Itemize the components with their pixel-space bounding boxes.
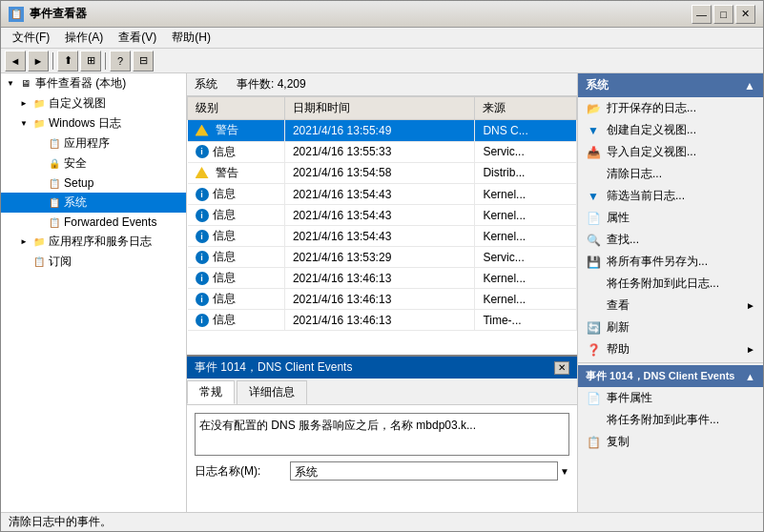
- minimize-button[interactable]: —: [692, 5, 712, 24]
- table-row[interactable]: i信息2021/4/16 13:55:33Servic...: [188, 141, 577, 162]
- app-icon: 📋: [9, 7, 24, 22]
- action-import-custom-view[interactable]: 📥 导入自定义视图...: [578, 141, 763, 163]
- action-filter-log-label: 筛选当前日志...: [607, 188, 685, 204]
- actions-section-system-collapse[interactable]: ▲: [744, 79, 755, 92]
- subscriptions-icon: 📋: [31, 255, 47, 270]
- events-table: 级别 日期和时间 来源 警告2021/4/16 13:55:49DNS C...…: [187, 96, 577, 331]
- filter-log-icon: ▼: [586, 189, 601, 204]
- expand-winlogs[interactable]: ▼: [18, 118, 30, 130]
- sidebar-item-application[interactable]: 📋 应用程序: [1, 133, 186, 153]
- expand-appsvc[interactable]: ►: [18, 236, 30, 248]
- expand-sub: [18, 256, 30, 268]
- cell-source: Distrib...: [475, 162, 577, 184]
- action-refresh-label: 刷新: [607, 319, 630, 336]
- action-copy[interactable]: 📋 复制: [578, 431, 763, 453]
- sidebar: ▼ 🖥 事件查看器 (本地) ► 📁 自定义视图 ▼ 📁 Windows 日志 …: [1, 73, 187, 512]
- log-table-container[interactable]: 级别 日期和时间 来源 警告2021/4/16 13:55:49DNS C...…: [187, 96, 577, 355]
- dropdown-arrow-icon[interactable]: ▼: [560, 466, 569, 477]
- help-button[interactable]: ?: [110, 51, 131, 72]
- action-event-properties[interactable]: 📄 事件属性: [578, 387, 763, 409]
- detail-body-text: 在没有配置的 DNS 服务器响应之后，名称 mbdp03.k...: [199, 419, 476, 432]
- back-button[interactable]: ◄: [5, 51, 26, 72]
- sidebar-item-setup[interactable]: 📋 Setup: [1, 174, 186, 193]
- maximize-button[interactable]: □: [713, 5, 733, 24]
- table-row[interactable]: i信息2021/4/16 13:46:13Kernel...: [188, 268, 577, 289]
- detail-panel: 事件 1014，DNS Client Events ✕ 常规 详细信息 在没有配…: [187, 355, 577, 512]
- sidebar-item-windows-logs[interactable]: ▼ 📁 Windows 日志: [1, 113, 186, 133]
- cell-datetime: 2021/4/16 13:55:33: [284, 141, 475, 162]
- sidebar-item-security[interactable]: 🔒 安全: [1, 153, 186, 174]
- sidebar-item-app-services[interactable]: ► 📁 应用程序和服务日志: [1, 232, 186, 252]
- action-open-saved-log[interactable]: 📂 打开保存的日志...: [578, 97, 763, 119]
- action-help[interactable]: ❓ 帮助 ►: [578, 338, 763, 360]
- sidebar-item-system-label: 系统: [64, 194, 87, 211]
- col-source[interactable]: 来源: [475, 97, 577, 120]
- view-icon: [586, 298, 601, 314]
- security-icon: 🔒: [47, 156, 62, 172]
- col-datetime[interactable]: 日期和时间: [284, 97, 475, 120]
- action-filter-log[interactable]: ▼ 筛选当前日志...: [578, 185, 763, 207]
- actions-section-event-collapse[interactable]: ▲: [745, 371, 755, 382]
- find-icon: 🔍: [586, 233, 601, 248]
- action-clear-log[interactable]: 清除日志...: [578, 163, 763, 185]
- field-label-logname: 日志名称(M):: [195, 463, 290, 480]
- action-attach-task-event-label: 将任务附加到此事件...: [607, 412, 719, 428]
- table-row[interactable]: 警告2021/4/16 13:54:58Distrib...: [188, 162, 577, 184]
- action-save-all[interactable]: 💾 将所有事件另存为...: [578, 251, 763, 273]
- col-level[interactable]: 级别: [188, 97, 285, 120]
- cell-datetime: 2021/4/16 13:46:13: [284, 310, 475, 331]
- close-button[interactable]: ✕: [735, 5, 755, 24]
- cell-level: i信息: [188, 247, 285, 268]
- app-services-icon: 📁: [31, 235, 47, 250]
- table-row[interactable]: i信息2021/4/16 13:54:43Kernel...: [188, 184, 577, 205]
- cell-datetime: 2021/4/16 13:53:29: [284, 247, 475, 268]
- sidebar-item-forwarded-label: Forwarded Events: [64, 215, 156, 229]
- action-attach-task-log[interactable]: 将任务附加到此日志...: [578, 273, 763, 295]
- tab-general[interactable]: 常规: [187, 380, 235, 404]
- action-find[interactable]: 🔍 查找...: [578, 229, 763, 251]
- tab-details[interactable]: 详细信息: [237, 380, 307, 404]
- sidebar-item-subscriptions[interactable]: 📋 订阅: [1, 252, 186, 272]
- expand-sys: [33, 197, 45, 209]
- menu-view[interactable]: 查看(V): [111, 28, 164, 48]
- expand-sec: [33, 158, 45, 170]
- detail-close-button[interactable]: ✕: [554, 361, 569, 375]
- forward-button[interactable]: ►: [28, 51, 49, 72]
- table-row[interactable]: i信息2021/4/16 13:46:13Time-...: [188, 310, 577, 331]
- actions-section-system-title: 系统 ▲: [578, 73, 763, 97]
- view-arrow-icon: ►: [746, 300, 755, 311]
- sidebar-item-root[interactable]: ▼ 🖥 事件查看器 (本地): [1, 73, 186, 93]
- table-row[interactable]: i信息2021/4/16 13:46:13Kernel...: [188, 289, 577, 310]
- field-value-logname[interactable]: 系统: [290, 461, 558, 481]
- actions-section-event-title: 事件 1014，DNS Client Events ▲: [578, 365, 763, 387]
- export-button[interactable]: ⊟: [133, 51, 154, 72]
- menu-action[interactable]: 操作(A): [57, 28, 111, 48]
- action-properties[interactable]: 📄 属性: [578, 207, 763, 229]
- action-attach-task-event[interactable]: 将任务附加到此事件...: [578, 409, 763, 431]
- cell-datetime: 2021/4/16 13:54:43: [284, 226, 475, 247]
- status-text: 清除日志中的事件。: [9, 514, 112, 530]
- action-view[interactable]: 查看 ►: [578, 295, 763, 317]
- sidebar-item-system[interactable]: 📋 系统: [1, 193, 186, 213]
- sidebar-item-forwarded[interactable]: 📋 Forwarded Events: [1, 213, 186, 232]
- action-refresh[interactable]: 🔄 刷新: [578, 317, 763, 338]
- table-row[interactable]: 警告2021/4/16 13:55:49DNS C...: [188, 120, 577, 142]
- table-row[interactable]: i信息2021/4/16 13:54:43Kernel...: [188, 205, 577, 226]
- windows-logs-icon: 📁: [31, 116, 47, 132]
- expand-root[interactable]: ▼: [5, 78, 16, 90]
- log-name: 系统: [195, 76, 217, 92]
- status-bar: 清除日志中的事件。: [1, 512, 763, 531]
- action-create-custom-view[interactable]: ▼ 创建自定义视图...: [578, 119, 763, 141]
- actions-panel: 系统 ▲ 📂 打开保存的日志... ▼ 创建自定义视图... 📥 导入自定义视图…: [577, 73, 763, 512]
- table-row[interactable]: i信息2021/4/16 13:53:29Servic...: [188, 247, 577, 268]
- view-button[interactable]: ⊞: [80, 51, 101, 72]
- cell-datetime: 2021/4/16 13:46:13: [284, 268, 475, 289]
- menu-help[interactable]: 帮助(H): [164, 28, 218, 48]
- table-row[interactable]: i信息2021/4/16 13:54:43Kernel...: [188, 226, 577, 247]
- cell-source: DNS C...: [475, 120, 577, 142]
- up-button[interactable]: ⬆: [57, 51, 78, 72]
- expand-custom[interactable]: ►: [18, 98, 30, 110]
- cell-datetime: 2021/4/16 13:54:58: [284, 162, 475, 184]
- sidebar-item-custom-views[interactable]: ► 📁 自定义视图: [1, 93, 186, 113]
- menu-file[interactable]: 文件(F): [5, 28, 57, 48]
